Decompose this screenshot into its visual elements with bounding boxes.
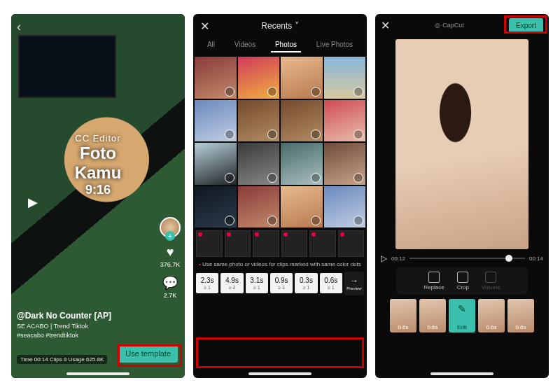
time-current: 00:12 [391,255,405,262]
photo-thumb[interactable] [281,186,323,228]
photo-thumb[interactable] [324,143,366,185]
overlay-line1: CC Editor [55,133,141,144]
select-circle-icon [267,130,277,139]
photo-thumb[interactable] [195,100,237,142]
crop-icon [457,272,468,283]
close-icon[interactable]: ✕ [381,19,390,32]
timeline-clip-selected[interactable]: Edit [449,299,475,332]
album-selector[interactable]: Recents ˅ [261,21,298,31]
picker-hint: Use same photo or videos for clips marke… [193,257,367,269]
album-name: Recents [261,21,292,31]
duration-chip[interactable]: 2.3s≥ 1 [196,273,218,293]
tab-videos[interactable]: Videos [230,38,260,52]
brand-icon: ◎ [435,22,440,29]
photo-thumb[interactable] [324,100,366,142]
photo-thumb[interactable] [238,186,280,228]
timeline-scrubber[interactable] [410,258,525,259]
author-avatar[interactable] [160,217,181,238]
duration-chip[interactable]: 3.1s≥ 1 [246,273,268,293]
editor-preview[interactable] [396,39,528,249]
tool-volume[interactable]: Volume [482,272,500,290]
template-meta: @Dark No Counter [AP] SE ACABO | Trend T… [17,311,136,339]
photo-grid [193,55,367,229]
photo-thumb[interactable] [238,143,280,185]
arrow-right-icon: → [350,276,358,286]
photo-thumb[interactable] [281,100,323,142]
select-circle-icon [267,173,277,183]
replace-icon [428,272,440,283]
tab-all[interactable]: All [203,38,219,52]
selected-clip-strip [193,230,367,257]
timeline-clip[interactable]: 0.6s [419,299,446,332]
select-circle-icon [225,87,234,97]
editor-header: ✕ ◎ CapCut Export [375,14,549,36]
photo-thumb[interactable] [195,143,237,185]
tab-livephotos[interactable]: Live Photos [312,38,357,52]
template-title: SE ACABO | Trend Tiktok [17,323,136,330]
picker-header: ✕ Recents ˅ [193,14,367,38]
tool-replace[interactable]: Replace [424,272,444,290]
panel-editor: ✕ ◎ CapCut Export ▷ 00:12 00:14 Replace … [375,14,549,378]
timeline-clip[interactable]: 0.6s [507,299,534,332]
editor-timeline: ▷ 00:12 00:14 [375,249,549,267]
photo-thumb[interactable] [195,57,237,99]
photo-thumb[interactable] [195,186,237,228]
overlay-line3: 9:16 [55,183,141,197]
clip-slot[interactable] [253,230,279,257]
timeline-clip[interactable]: 0.6s [478,299,505,332]
comment-icon: 💬 [162,275,178,290]
select-circle-icon [311,216,321,225]
background-monitor [18,35,116,98]
app-brand: ◎ CapCut [435,22,464,29]
clip-slot[interactable] [225,230,251,257]
duration-chip[interactable]: 0.9s≥ 1 [270,273,293,293]
editor-clip-strip: 0.6s 0.6s Edit 0.6s 0.6s [375,295,549,332]
photo-thumb[interactable] [238,100,280,142]
select-circle-icon [354,87,363,97]
preview-label: Preview [346,286,361,290]
duration-chip[interactable]: 0.3s≥ 1 [295,273,317,293]
back-icon[interactable]: ‹ [17,20,21,34]
duration-chip[interactable]: 0.6s≥ 1 [320,273,342,293]
photo-thumb[interactable] [281,143,323,185]
clip-slot[interactable] [196,230,223,257]
volume-icon [485,272,496,283]
like-button[interactable]: ♥ 376.7K [160,245,181,268]
tab-photos[interactable]: Photos [271,38,301,52]
photo-thumb[interactable] [324,57,366,99]
heart-icon: ♥ [167,245,174,260]
duration-chip[interactable]: 4.9s≥ 2 [220,273,243,293]
home-indicator [430,372,493,375]
editor-toolbar: Replace Crop Volume [396,267,528,295]
select-circle-icon [225,216,234,225]
overlay-line2: Foto Kamu [55,144,141,183]
use-template-button[interactable]: Use template [118,344,178,363]
photo-thumb[interactable] [238,57,280,99]
clip-slot[interactable] [338,230,365,257]
panel-media-picker: ✕ Recents ˅ All Videos Photos Live Photo… [193,14,367,378]
select-circle-icon [354,216,363,225]
select-circle-icon [354,130,363,139]
play-icon[interactable]: ▶ [28,195,38,210]
preview-button[interactable]: → Preview [344,272,364,295]
play-icon[interactable]: ▷ [381,253,387,263]
select-circle-icon [311,173,321,183]
author-handle: @Dark No Counter [AP] [17,311,136,321]
export-button[interactable]: Export [509,18,543,33]
comment-button[interactable]: 💬 2.7K [162,275,178,299]
chevron-down-icon: ˅ [295,21,299,31]
select-circle-icon [225,130,234,139]
time-total: 00:14 [529,255,543,262]
select-circle-icon [225,173,234,183]
photo-thumb[interactable] [324,186,366,228]
tool-crop[interactable]: Crop [457,272,469,290]
media-type-tabs: All Videos Photos Live Photos [193,38,367,52]
photo-thumb[interactable] [281,57,323,99]
select-circle-icon [311,130,321,139]
clip-slot[interactable] [281,230,308,257]
timeline-clip[interactable]: 0.6s [390,299,416,332]
template-overlay-text: CC Editor Foto Kamu 9:16 [55,133,141,197]
select-circle-icon [267,216,277,225]
close-icon[interactable]: ✕ [200,20,209,33]
clip-slot[interactable] [309,230,336,257]
